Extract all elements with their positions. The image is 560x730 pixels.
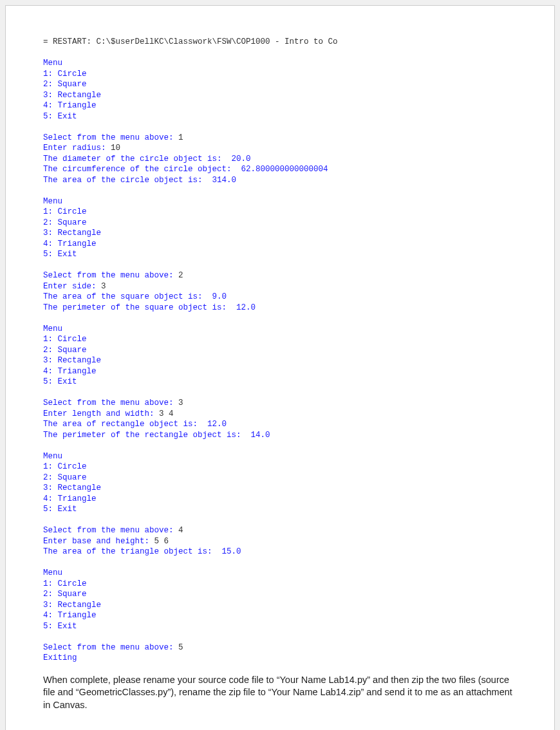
- menu-header: Menu: [43, 452, 62, 461]
- menu-item: 1: Circle: [43, 335, 87, 344]
- user-input: 3 4: [159, 409, 174, 418]
- menu-item: 4: Triangle: [43, 101, 97, 110]
- menu-item: 2: Square: [43, 218, 87, 227]
- menu-item: 3: Rectangle: [43, 483, 101, 492]
- user-input: 5 6: [154, 537, 169, 546]
- menu-item: 4: Triangle: [43, 367, 97, 376]
- input-prompt: Enter base and height:: [43, 537, 154, 546]
- submission-instructions: When complete, please rename your source…: [43, 674, 517, 712]
- menu-item: 1: Circle: [43, 579, 87, 588]
- menu-item: 1: Circle: [43, 207, 87, 216]
- restart-line: = RESTART: C:\$userDellKC\Classwork\FSW\…: [43, 37, 338, 46]
- select-prompt: Select from the menu above:: [43, 271, 178, 280]
- output-line: The area of the triangle object is: 15.0: [43, 547, 241, 556]
- menu-header: Menu: [43, 59, 62, 68]
- user-input: 5: [178, 643, 183, 652]
- menu-item: 3: Rectangle: [43, 601, 101, 610]
- menu-item: 3: Rectangle: [43, 356, 101, 365]
- menu-item: 4: Triangle: [43, 611, 97, 620]
- user-input: 4: [178, 526, 183, 535]
- menu-header: Menu: [43, 197, 62, 206]
- menu-item: 1: Circle: [43, 462, 87, 471]
- menu-item: 5: Exit: [43, 505, 77, 514]
- user-input: 3: [101, 282, 106, 291]
- menu-item: 4: Triangle: [43, 494, 97, 503]
- menu-item: 1: Circle: [43, 70, 87, 79]
- menu-item: 4: Triangle: [43, 239, 97, 248]
- menu-item: 5: Exit: [43, 112, 77, 121]
- console-output: = RESTART: C:\$userDellKC\Classwork\FSW\…: [43, 37, 517, 664]
- menu-item: 5: Exit: [43, 622, 77, 631]
- menu-item: 2: Square: [43, 590, 87, 599]
- menu-item: 3: Rectangle: [43, 229, 101, 238]
- menu-item: 2: Square: [43, 80, 87, 89]
- menu-header: Menu: [43, 568, 62, 577]
- menu-item: 5: Exit: [43, 250, 77, 259]
- output-line: The circumference of the circle object: …: [43, 165, 328, 174]
- output-line: The perimeter of the rectangle object is…: [43, 431, 270, 440]
- user-input: 2: [178, 271, 183, 280]
- user-input: 10: [111, 144, 120, 153]
- document-page: = RESTART: C:\$userDellKC\Classwork\FSW\…: [5, 5, 555, 730]
- select-prompt: Select from the menu above:: [43, 133, 178, 142]
- select-prompt: Select from the menu above:: [43, 643, 178, 652]
- user-input: 3: [178, 398, 183, 407]
- menu-header: Menu: [43, 324, 62, 333]
- select-prompt: Select from the menu above:: [43, 526, 178, 535]
- input-prompt: Enter length and width:: [43, 409, 159, 418]
- select-prompt: Select from the menu above:: [43, 398, 178, 407]
- output-line: The perimeter of the square object is: 1…: [43, 303, 256, 312]
- input-prompt: Enter radius:: [43, 144, 111, 153]
- user-input: 1: [178, 133, 183, 142]
- output-line: The area of the square object is: 9.0: [43, 292, 227, 301]
- menu-item: 2: Square: [43, 346, 87, 355]
- output-line: The area of the circle object is: 314.0: [43, 176, 236, 185]
- output-line: The diameter of the circle object is: 20…: [43, 154, 251, 164]
- menu-item: 3: Rectangle: [43, 91, 101, 100]
- menu-item: 2: Square: [43, 473, 87, 482]
- output-line: Exiting: [43, 653, 77, 662]
- output-line: The area of rectangle object is: 12.0: [43, 420, 227, 429]
- menu-item: 5: Exit: [43, 377, 77, 386]
- input-prompt: Enter side:: [43, 282, 101, 291]
